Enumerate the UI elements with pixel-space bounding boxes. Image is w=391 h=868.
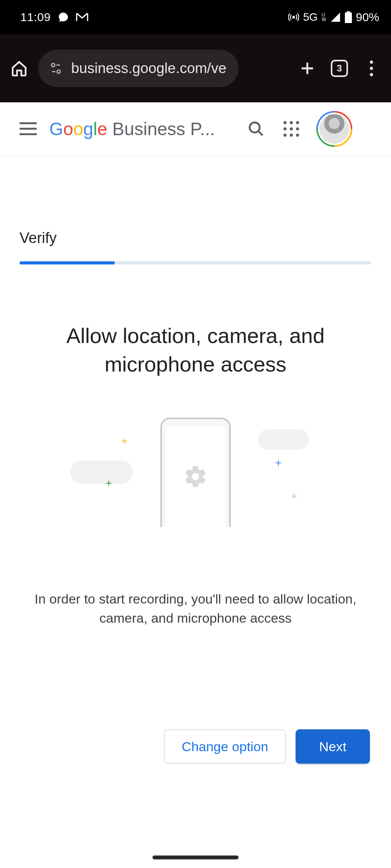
status-right: 5G U W 90% bbox=[288, 11, 379, 24]
svg-point-3 bbox=[52, 63, 55, 67]
battery-icon bbox=[345, 11, 352, 23]
hotspot-icon bbox=[288, 12, 299, 23]
chat-bubble-icon bbox=[58, 12, 69, 23]
tab-switcher-button[interactable]: 3 bbox=[327, 56, 352, 81]
svg-rect-2 bbox=[346, 11, 350, 13]
account-avatar-button[interactable] bbox=[316, 111, 352, 147]
status-left: 11:09 bbox=[20, 11, 88, 24]
search-button[interactable] bbox=[246, 119, 266, 139]
app-title-suffix: Business P... bbox=[107, 119, 215, 139]
svg-point-0 bbox=[293, 16, 295, 18]
gmail-m-icon bbox=[76, 13, 88, 22]
permissions-illustration: + + + + bbox=[86, 418, 305, 527]
svg-point-5 bbox=[250, 122, 260, 132]
progress-bar bbox=[20, 261, 371, 264]
sparkle-icon: + bbox=[121, 435, 127, 447]
hamburger-menu-button[interactable] bbox=[20, 120, 38, 138]
network-type: 5G bbox=[303, 11, 317, 23]
next-button[interactable]: Next bbox=[296, 729, 370, 764]
chrome-toolbar: business.google.com/ve 3 bbox=[0, 34, 391, 102]
cloud-shape bbox=[70, 461, 133, 484]
url-bar[interactable]: business.google.com/ve bbox=[38, 50, 239, 87]
tab-count-box: 3 bbox=[331, 60, 348, 77]
status-time: 11:09 bbox=[20, 11, 51, 24]
sparkle-icon: + bbox=[275, 457, 282, 469]
google-app-header: Google Business P... bbox=[0, 102, 391, 155]
tab-count: 3 bbox=[337, 63, 342, 74]
battery-percent: 90% bbox=[356, 11, 379, 24]
avatar-image bbox=[318, 113, 351, 145]
step-title: Verify bbox=[20, 230, 371, 246]
google-apps-button[interactable] bbox=[283, 120, 300, 138]
sparkle-icon: + bbox=[291, 490, 297, 502]
page-headline: Allow location, camera, and microphone a… bbox=[47, 321, 344, 379]
svg-point-4 bbox=[57, 70, 61, 73]
app-title: Google Business P... bbox=[49, 118, 235, 139]
vertical-dots-icon bbox=[370, 61, 373, 76]
site-settings-icon bbox=[49, 62, 63, 75]
new-tab-button[interactable] bbox=[295, 56, 320, 81]
cloud-shape bbox=[258, 429, 309, 450]
action-buttons: Change option Next bbox=[20, 729, 371, 764]
plus-icon bbox=[299, 60, 316, 77]
progress-fill bbox=[20, 261, 115, 264]
phone-outline bbox=[160, 418, 231, 527]
sparkle-icon: + bbox=[106, 477, 112, 489]
svg-rect-1 bbox=[345, 13, 352, 23]
chrome-home-button[interactable] bbox=[7, 56, 31, 80]
change-option-button[interactable]: Change option bbox=[164, 729, 286, 764]
android-status-bar: 11:09 5G U W 90% bbox=[0, 0, 391, 34]
android-nav-handle[interactable] bbox=[152, 855, 239, 859]
body-text: In order to start recording, you'll need… bbox=[27, 589, 364, 628]
chrome-overflow-menu[interactable] bbox=[359, 56, 384, 81]
network-sub: U W bbox=[322, 13, 326, 22]
cell-signal-icon bbox=[330, 12, 341, 23]
search-icon bbox=[248, 120, 265, 138]
url-text: business.google.com/ve bbox=[71, 60, 226, 77]
gear-icon bbox=[183, 464, 208, 489]
home-icon bbox=[11, 60, 28, 77]
